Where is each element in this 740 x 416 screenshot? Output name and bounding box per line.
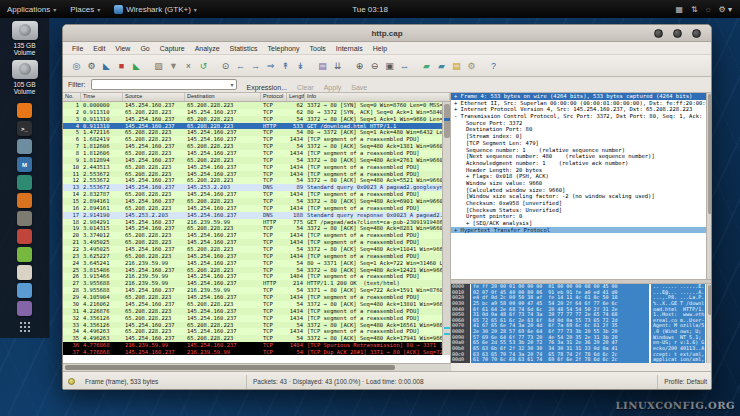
go-forward-icon[interactable]: →: [248, 58, 263, 73]
metasploit-icon[interactable]: M: [17, 157, 32, 172]
packet-row[interactable]: 51.47211665.208.228.223145.254.160.237TC…: [63, 129, 450, 136]
menu-view[interactable]: View: [110, 45, 135, 52]
restart-capture-icon[interactable]: ◣: [129, 58, 144, 73]
scrollbar-thumb[interactable]: [708, 94, 712, 214]
detail-line[interactable]: [Stream index: 0]: [451, 133, 712, 140]
packet-row[interactable]: 294.10590465.208.228.223145.254.160.237T…: [63, 294, 450, 301]
packet-row[interactable]: 10.000000145.254.160.23765.208.228.223TC…: [63, 102, 450, 109]
window-titlebar[interactable]: http.cap: [63, 25, 711, 42]
system-menu-icon[interactable]: ⚙ ▾: [719, 5, 732, 14]
packet-row[interactable]: 142.83278765.208.228.223145.254.160.237T…: [63, 191, 450, 198]
menu-telephony[interactable]: Telephony: [263, 45, 305, 52]
packet-row[interactable]: 61.68241965.208.228.223145.254.160.237TC…: [63, 136, 450, 143]
packet-row[interactable]: 253.815486145.254.160.23765.208.228.223T…: [63, 267, 450, 274]
keyboard-indicator-icon[interactable]: ▦: [676, 5, 684, 14]
scrollbar-thumb[interactable]: [65, 365, 395, 370]
packet-row[interactable]: 273.955688216.239.59.99145.254.160.237HT…: [63, 280, 450, 287]
reload-icon[interactable]: ↺: [196, 58, 211, 73]
packet-row[interactable]: 152.894161145.254.160.23765.208.228.223T…: [63, 198, 450, 205]
packet-row[interactable]: 233.62522765.208.228.223145.254.160.237T…: [63, 253, 450, 260]
zoom-in-icon[interactable]: ⊕: [352, 58, 367, 73]
packet-row[interactable]: 314.22687665.208.228.223145.254.160.237T…: [63, 308, 450, 315]
ettercap-icon[interactable]: [17, 229, 32, 244]
detail-line[interactable]: Checksum: 0xa958 [unverified]: [451, 200, 712, 207]
packet-row[interactable]: 81.81260665.208.228.223145.254.160.237TC…: [63, 150, 450, 157]
packet-row[interactable]: 132.553672145.254.160.237145.253.2.203DN…: [63, 184, 450, 191]
display-filters-icon[interactable]: ▰: [434, 58, 449, 73]
column-header-destination[interactable]: Destination: [185, 93, 261, 101]
places-menu[interactable]: Places ▾: [63, 0, 107, 18]
menu-help[interactable]: Help: [368, 45, 392, 52]
column-header-time[interactable]: Time: [81, 93, 123, 101]
detail-line[interactable]: + Internet Protocol Version 4, Src: 145.…: [451, 106, 712, 113]
beef-icon[interactable]: [17, 211, 32, 226]
minimize-button[interactable]: [654, 29, 663, 38]
menu-edit[interactable]: Edit: [88, 45, 110, 52]
status-profile[interactable]: Profile: Default: [658, 375, 712, 389]
packet-row[interactable]: 193.014315145.254.160.23765.208.228.223T…: [63, 225, 450, 232]
burpsuite-icon[interactable]: [17, 193, 32, 208]
network-icon[interactable]: ⇅: [691, 5, 698, 14]
menu-tools[interactable]: Tools: [304, 45, 330, 52]
detail-line[interactable]: + Ethernet II, Src: Superlan_00:00:00 (0…: [451, 100, 712, 107]
armitage-icon[interactable]: [17, 175, 32, 190]
detail-line[interactable]: + Flags: 0x018 (PSH, ACK): [451, 173, 712, 180]
detail-line[interactable]: Sequence number: 1 (relative sequence nu…: [451, 147, 712, 154]
go-bottom-icon[interactable]: ↡: [293, 58, 308, 73]
packet-row[interactable]: 304.216062145.254.160.23765.208.228.223T…: [63, 301, 450, 308]
menu-capture[interactable]: Capture: [155, 45, 190, 52]
hex-row[interactable]: 00d061 70 70 6c 69 63 61 74 69 6f 6e 2f …: [451, 357, 712, 363]
expert-info-icon[interactable]: [68, 378, 75, 385]
detail-line[interactable]: + Frame 4: 533 bytes on wire (4264 bits)…: [451, 93, 712, 100]
packet-row[interactable]: 203.37401265.208.228.223145.254.160.237T…: [63, 232, 450, 239]
scrollbar-thumb[interactable]: [708, 285, 712, 315]
packet-row[interactable]: 20.91131065.208.228.223145.254.160.237TC…: [63, 109, 450, 116]
capture-options-icon[interactable]: ⚙: [84, 58, 99, 73]
detail-line[interactable]: Destination Port: 80: [451, 126, 712, 133]
column-header-info[interactable]: Info: [305, 93, 450, 101]
menu-file[interactable]: File: [67, 45, 88, 52]
colorize-icon[interactable]: ▤: [315, 58, 330, 73]
go-to-packet-icon[interactable]: ⇒: [263, 58, 278, 73]
app-blue-icon[interactable]: [17, 283, 32, 298]
applications-menu[interactable]: Applications ▾: [0, 0, 63, 18]
column-header-source[interactable]: Source: [123, 93, 185, 101]
detail-line[interactable]: Header Length: 20 bytes: [451, 167, 712, 174]
packet-row[interactable]: 263.915466216.239.59.99145.254.160.237TC…: [63, 273, 450, 280]
maltego-icon[interactable]: [17, 265, 32, 280]
expression-button[interactable]: Expression...: [242, 83, 292, 92]
preferences-icon[interactable]: ⚙: [464, 58, 479, 73]
packet-row[interactable]: 374.776868145.254.160.237216.239.59.99TC…: [63, 349, 450, 355]
packet-row[interactable]: 40.911310145.254.160.23765.208.228.223HT…: [63, 123, 450, 130]
zenmap-icon[interactable]: [17, 247, 32, 262]
packet-row[interactable]: 112.55367265.208.228.223145.254.160.237T…: [63, 171, 450, 178]
menu-internals[interactable]: Internals: [331, 45, 368, 52]
packet-row[interactable]: 243.645241216.239.59.99145.254.160.237TC…: [63, 260, 450, 267]
autoscroll-icon[interactable]: ⇊: [330, 58, 345, 73]
filter-input[interactable]: [91, 79, 237, 90]
detail-line[interactable]: Urgent pointer: 0: [451, 213, 712, 220]
detail-line[interactable]: [Calculated window size: 9660]: [451, 187, 712, 194]
packet-row[interactable]: 122.553672145.254.160.23765.208.228.223T…: [63, 177, 450, 184]
maximize-button[interactable]: [673, 29, 682, 38]
column-header-no[interactable]: No.: [63, 93, 81, 101]
packet-row[interactable]: 283.955688145.254.160.237216.239.59.99TC…: [63, 287, 450, 294]
list-interfaces-icon[interactable]: ◎: [69, 58, 84, 73]
detail-line[interactable]: [TCP Segment Len: 479]: [451, 140, 712, 147]
menu-go[interactable]: Go: [135, 45, 154, 52]
go-back-icon[interactable]: ←: [233, 58, 248, 73]
close-capture-icon[interactable]: ×: [181, 58, 196, 73]
detail-line[interactable]: Window size value: 9660: [451, 180, 712, 187]
start-capture-icon[interactable]: ◣: [99, 58, 114, 73]
volume-105gb[interactable]: 105 GB Volume: [12, 60, 38, 95]
detail-line[interactable]: Acknowledgment number: 1 (relative ack n…: [451, 160, 712, 167]
active-app-menu[interactable]: Wireshark (GTK+) ▾: [107, 0, 204, 18]
packet-row[interactable]: 71.812606145.254.160.23765.208.228.223TC…: [63, 143, 450, 150]
packet-list-vscrollbar[interactable]: [442, 102, 450, 355]
packet-row[interactable]: 344.49626365.208.228.223145.254.160.237T…: [63, 328, 450, 335]
packet-row[interactable]: 162.89416165.208.228.223145.254.160.237T…: [63, 205, 450, 212]
open-capture-icon[interactable]: ▨: [151, 58, 166, 73]
save-capture-icon[interactable]: ▼: [166, 58, 181, 73]
packet-list-header[interactable]: No.TimeSourceDestinationProtocolLengthIn…: [63, 93, 450, 102]
packet-row[interactable]: 354.496263145.254.160.23765.208.228.223T…: [63, 335, 450, 342]
